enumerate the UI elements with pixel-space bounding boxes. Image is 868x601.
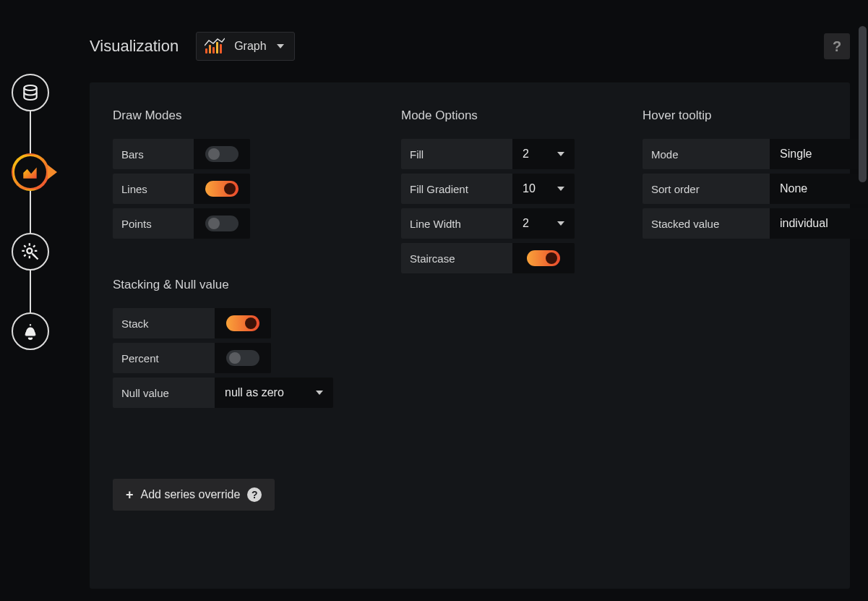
label-sort-order: Sort order [643,174,770,204]
section-mode-options: Mode Options Fill 2 Fill Gradient 10 [401,108,575,511]
visualization-picker[interactable]: Graph [196,32,294,61]
chevron-down-icon [557,221,564,226]
section-title: Draw Modes [113,108,333,123]
editor-tab-rail [9,74,52,350]
toggle-staircase[interactable] [512,243,575,273]
label-points: Points [113,208,194,239]
label-staircase: Staircase [401,243,512,273]
toggle-bars[interactable] [194,139,250,169]
add-series-override-label: Add series override [141,488,241,501]
label-line-width: Line Width [401,208,512,239]
section-stacking: Stacking & Null value Stack Percent [113,278,333,408]
label-lines: Lines [113,174,194,204]
section-title: Hover tooltip [643,108,868,123]
label-fill-gradient: Fill Gradient [401,174,512,204]
label-stack: Stack [113,308,215,338]
toggle-points[interactable] [194,208,250,239]
label-stacked-value: Stacked value [643,208,770,239]
select-null-value[interactable]: null as zero [215,378,333,408]
panel-header: Visualization Graph ? [90,26,850,67]
label-hover-mode: Mode [643,139,770,169]
section-title: Stacking & Null value [113,278,333,292]
label-bars: Bars [113,139,194,169]
svg-point-1 [27,248,32,253]
select-sort-order[interactable]: None [770,174,868,204]
tab-alert[interactable] [12,312,49,350]
help-icon: ? [247,487,262,502]
label-fill: Fill [401,139,512,169]
plus-icon: + [126,488,134,501]
panel-body: Draw Modes Bars Lines Points [90,82,850,589]
chevron-down-icon [557,152,564,156]
label-percent: Percent [113,343,215,373]
label-null-value: Null value [113,378,215,408]
section-draw-modes: Draw Modes Bars Lines Points [113,108,333,511]
tab-visualization[interactable] [12,153,49,191]
select-stacked-value[interactable]: individual [770,208,868,239]
select-line-width[interactable]: 2 [512,208,575,239]
section-hover-tooltip: Hover tooltip Mode Single Sort order Non… [643,108,868,511]
select-fill-gradient[interactable]: 10 [512,174,575,204]
tab-queries[interactable] [12,74,49,111]
select-hover-mode[interactable]: Single [770,139,868,169]
toggle-percent[interactable] [215,343,271,373]
add-series-override-button[interactable]: + Add series override ? [113,479,275,511]
panel-title: Visualization [90,37,179,56]
visualization-panel: Visualization Graph ? Draw Modes Bars [90,26,850,590]
chevron-down-icon [277,44,284,48]
visualization-picker-label: Graph [234,40,266,53]
select-fill[interactable]: 2 [512,139,575,169]
toggle-lines[interactable] [194,174,250,204]
help-button[interactable]: ? [824,33,850,59]
chevron-down-icon [316,391,323,395]
graph-icon [205,39,224,54]
tab-general-settings[interactable] [12,233,49,270]
section-title: Mode Options [401,108,575,123]
scrollbar-thumb[interactable] [859,26,867,182]
svg-point-0 [24,85,36,90]
toggle-stack[interactable] [215,308,271,338]
chevron-down-icon [557,187,564,191]
